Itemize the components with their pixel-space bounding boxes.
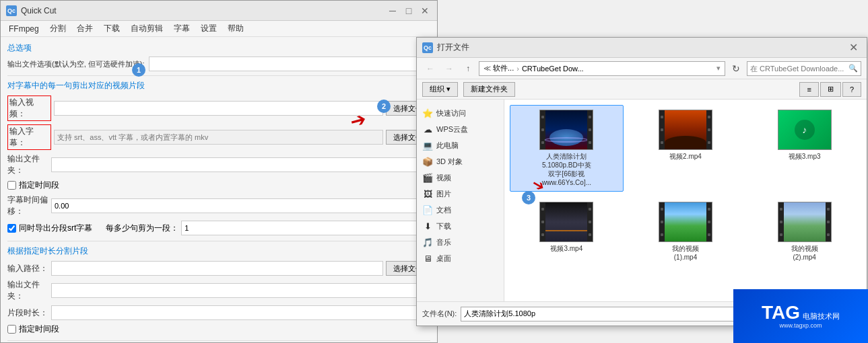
input-video-row: 输入视频： 选择文件 [7, 96, 430, 121]
file-name-3: 视频3.mp3 [789, 152, 821, 161]
length-section-title: 根据指定时长分割片段 [7, 245, 430, 257]
sidebar-this-pc[interactable]: 💻 此电脑 [417, 137, 504, 153]
film-strip-right-1 [587, 110, 593, 149]
film-content-5 [665, 202, 706, 241]
sidebar-downloads[interactable]: ⬇ 下载 [417, 218, 504, 234]
file-thumb-2 [659, 110, 712, 150]
film-strip-left-2 [659, 110, 665, 149]
organize-button[interactable]: 组织 ▾ [422, 82, 458, 97]
film-strip-right-2 [706, 110, 712, 149]
view-list-button[interactable]: ≡ [799, 82, 818, 97]
menu-subtitle[interactable]: 字幕 [168, 22, 195, 36]
file-open-dialog: Qc 打开文件 ✕ ← → ↑ ≪ 软件... › CRTubeGet Dow.… [416, 37, 867, 326]
general-options-section: 总选项 输出文件选项(默认为空, 但可选硬件加速): [7, 42, 430, 71]
tag-url: www.tagxp.com [779, 322, 822, 329]
menu-auto-cut[interactable]: 自动剪辑 [125, 22, 168, 36]
view-grid-button[interactable]: ⊞ [820, 82, 841, 97]
menu-bar: FFmpeg 分割 合并 下载 自动剪辑 字幕 设置 帮助 [1, 21, 437, 37]
subtitle-section: 对字幕中的每一句剪出对应的视频片段 输入视频： 选择文件 输入字幕： 选择文件 … [7, 80, 430, 235]
search-input[interactable] [750, 65, 848, 73]
input-video-field[interactable] [54, 101, 383, 116]
input-subtitle-row: 输入字幕： 选择文件 [7, 124, 430, 150]
refresh-button[interactable]: ↻ [728, 61, 744, 76]
export-srt-checkbox[interactable] [7, 224, 16, 233]
file-item-5[interactable]: 我的视频(1).mp4 [629, 197, 743, 266]
address-part1: ≪ 软件... [483, 63, 514, 73]
sidebar-pictures[interactable]: 🖼 图片 [417, 186, 504, 202]
output-dir-field[interactable] [51, 157, 430, 172]
film-strip-right-6 [826, 202, 831, 241]
menu-download[interactable]: 下载 [98, 22, 125, 36]
window-controls: ─ □ ✕ [386, 4, 432, 17]
film-content-1 [545, 110, 587, 149]
sidebar-3d-objects[interactable]: 📦 3D 对象 [417, 153, 504, 169]
file-thumb-6 [778, 202, 832, 242]
wps-cloud-icon: ☁ [422, 124, 433, 135]
specify-time-label: 指定时间段 [19, 180, 59, 191]
dialog-close-button[interactable]: ✕ [845, 40, 861, 56]
up-button[interactable]: ↑ [460, 61, 476, 76]
file-item-4[interactable]: 视频3.mp4 [510, 197, 624, 266]
forward-button[interactable]: → [441, 61, 457, 76]
address-part2: CRTubeGet Dow... [522, 65, 584, 73]
sidebar-music[interactable]: 🎵 音乐 [417, 234, 504, 250]
address-bar: ≪ 软件... › CRTubeGet Dow... ▾ [479, 61, 725, 76]
output-dir2-field[interactable] [51, 283, 430, 298]
input-subtitle-label: 输入字幕： [7, 124, 51, 150]
file-item-3[interactable]: ♪ MP3 视频3.mp3 [747, 105, 861, 192]
output-dir-label: 输出文件夹： [7, 153, 51, 176]
title-bar: Qc Quick Cut ─ □ ✕ [1, 1, 437, 21]
new-folder-button[interactable]: 新建文件夹 [463, 82, 515, 97]
menu-settings[interactable]: 设置 [195, 22, 222, 36]
input-subtitle-field[interactable] [54, 130, 383, 145]
film-strip-right-5 [706, 202, 712, 241]
subtitle-section-title: 对字幕中的每一句剪出对应的视频片段 [7, 80, 430, 91]
menu-help[interactable]: 帮助 [222, 22, 249, 36]
view-help-button[interactable]: ? [842, 82, 861, 97]
file-item-1[interactable]: 人类清除计划5.1080p.BD中英双字[66影视www.66Ys.Co]... [510, 105, 624, 192]
input-path-label: 输入路径： [7, 263, 51, 274]
file-name-2: 视频2.mp4 [669, 152, 702, 161]
dialog-sidebar: ⭐ 快速访问 ☁ WPS云盘 💻 此电脑 📦 3D 对象 🎬 视频 🖼 图片 [417, 100, 504, 301]
specify-time-checkbox[interactable] [7, 181, 16, 190]
specify-time-row: 指定时间段 [7, 180, 430, 191]
minimize-button[interactable]: ─ [386, 4, 399, 17]
input-path-field[interactable] [51, 261, 383, 276]
tag-watermark: TAG 电脑技术网 www.tagxp.com [733, 289, 868, 343]
output-options-input[interactable] [149, 56, 431, 71]
sidebar-desktop[interactable]: 🖥 桌面 [417, 250, 504, 266]
file-name-1: 人类清除计划5.1080p.BD中英双字[66影视www.66Ys.Co]... [542, 152, 591, 187]
app-title: Quick Cut [21, 6, 386, 15]
content-area: 总选项 输出文件选项(默认为空, 但可选硬件加速): 对字幕中的每一句剪出对应的… [1, 37, 437, 342]
file-item-2[interactable]: 视频2.mp4 [629, 105, 743, 192]
cut-per-label: 每多少句剪为一段： [106, 223, 178, 234]
film-content-2 [665, 110, 706, 149]
sidebar-wps-cloud[interactable]: ☁ WPS云盘 [417, 121, 504, 137]
back-button[interactable]: ← [422, 61, 438, 76]
close-button[interactable]: ✕ [418, 4, 432, 17]
film-strip-right-4 [587, 202, 593, 241]
output-dir-row: 输出文件夹： [7, 153, 430, 176]
segment-length-row: 片段时长： [7, 305, 430, 320]
output-dir2-row: 输出文件夹： [7, 279, 430, 302]
segment-length-field[interactable] [51, 305, 430, 320]
file-item-6[interactable]: 我的视频(2).mp4 [747, 197, 861, 266]
maximize-button[interactable]: □ [402, 4, 415, 17]
file-thumb-3: ♪ MP3 [778, 110, 832, 150]
time-offset-field[interactable] [51, 198, 430, 213]
main-app-window: Qc Quick Cut ─ □ ✕ FFmpeg 分割 合并 下载 自动剪辑 … [0, 0, 438, 343]
pictures-icon: 🖼 [422, 188, 433, 199]
specify-time2-checkbox[interactable] [7, 325, 16, 334]
tag-site-name: 电脑技术网 [803, 311, 840, 321]
output-options-row: 输出文件选项(默认为空, 但可选硬件加速): [7, 56, 430, 71]
sidebar-documents[interactable]: 📄 文档 [417, 202, 504, 218]
menu-ffmpeg[interactable]: FFmpeg [3, 23, 44, 35]
videos-icon: 🎬 [422, 172, 433, 183]
cut-per-field[interactable] [181, 221, 430, 235]
input-video-label: 输入视频： [7, 96, 51, 121]
length-section: 根据指定时长分割片段 输入路径： 选择文件 输出文件夹： 片段时长： 指定时间段 [7, 245, 430, 335]
menu-merge[interactable]: 合并 [71, 22, 98, 36]
menu-split[interactable]: 分割 [44, 22, 71, 36]
sidebar-videos[interactable]: 🎬 视频 [417, 169, 504, 186]
sidebar-quick-access[interactable]: ⭐ 快速访问 [417, 105, 504, 121]
